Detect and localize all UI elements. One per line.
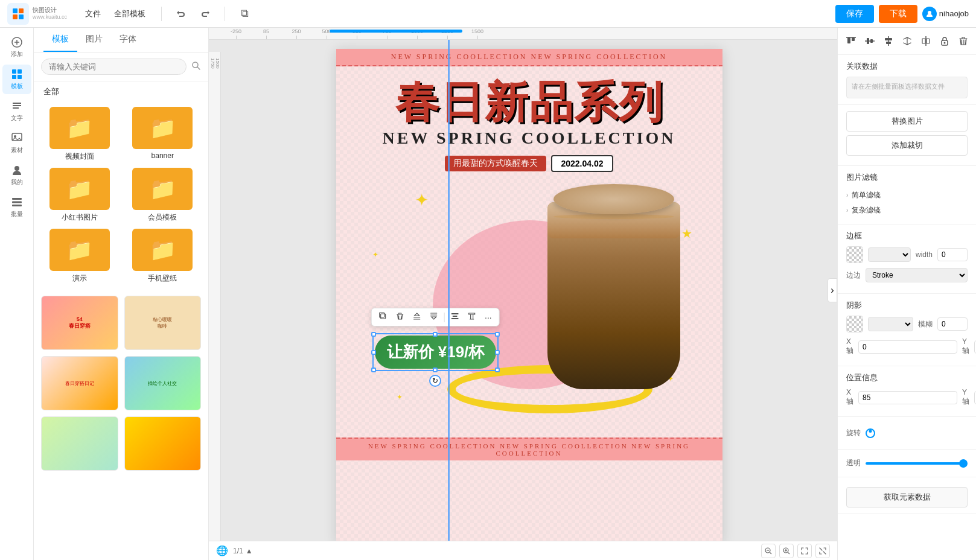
opacity-slider[interactable] <box>866 462 968 465</box>
poster-title-cn: 春日新品系列 <box>336 78 722 126</box>
menu-templates[interactable]: 全部模板 <box>108 6 152 22</box>
template-thumb-6[interactable] <box>124 416 202 471</box>
search-button[interactable] <box>191 61 201 73</box>
add-crop-button[interactable]: 添加裁切 <box>846 135 968 156</box>
tab-template[interactable]: 模板 <box>43 28 77 52</box>
shadow-color-dropdown[interactable] <box>868 317 913 331</box>
download-button[interactable]: 下载 <box>879 5 917 23</box>
template-thumb-4[interactable]: 插绘个人社交 <box>124 356 202 410</box>
rotation-control[interactable] <box>866 428 875 438</box>
poster-bottom-banner: NEW SPRING COOLLECTION NEW SPRING COOLLE… <box>336 438 722 460</box>
page-dropdown-icon[interactable]: ▲ <box>246 547 253 555</box>
sidebar-item-material[interactable]: 素材 <box>2 129 31 158</box>
align-top-button[interactable] <box>843 33 860 49</box>
svg-rect-9 <box>18 75 22 79</box>
template-thumb-1[interactable]: 54春日穿搭 <box>41 296 118 350</box>
redo-button[interactable] <box>196 4 215 24</box>
handle-mid-right[interactable] <box>495 350 500 355</box>
complex-filter-row[interactable]: › 复杂滤镜 <box>846 203 968 218</box>
save-button[interactable]: 保存 <box>835 5 874 23</box>
sidebar-item-add[interactable]: 添加 <box>2 33 31 62</box>
tab-font[interactable]: 字体 <box>111 28 145 52</box>
float-text-edit-button[interactable] <box>465 311 479 323</box>
svg-rect-41 <box>927 39 930 43</box>
handle-top-right[interactable] <box>495 332 500 337</box>
shadow-blur-input[interactable] <box>937 317 968 331</box>
folder-video-cover[interactable]: 📁 视频封面 <box>41 107 118 162</box>
lock-button[interactable] <box>936 33 953 49</box>
shadow-x-input[interactable] <box>858 340 957 354</box>
canvas-collapse-button[interactable]: › <box>828 278 837 302</box>
svg-rect-0 <box>13 8 18 13</box>
handle-mid-left[interactable] <box>371 350 376 355</box>
get-data-button[interactable]: 获取元素数据 <box>846 487 968 508</box>
folder-wallpaper[interactable]: 📁 手机壁纸 <box>124 229 202 284</box>
svg-rect-40 <box>922 39 925 43</box>
folder-demo[interactable]: 📁 演示 <box>41 229 118 284</box>
folder-banner[interactable]: 📁 banner <box>124 107 202 162</box>
align-vcenter-button[interactable] <box>861 33 878 49</box>
float-delete-button[interactable] <box>394 311 407 323</box>
user-avatar <box>922 7 937 21</box>
fullscreen-button[interactable] <box>815 544 830 558</box>
border-color-dropdown[interactable] <box>868 247 911 262</box>
border-color-picker[interactable] <box>846 246 863 263</box>
sidebar-item-text-label: 文字 <box>11 114 23 122</box>
folder-label-member: 会员模板 <box>148 212 177 223</box>
folder-xiaohongshu[interactable]: 📁 小红书图片 <box>41 168 118 223</box>
opacity-label: 透明 <box>846 458 861 468</box>
price-tag-wrapper[interactable]: ··· 让新价 ¥19/杯 <box>372 333 499 371</box>
search-area <box>34 52 208 81</box>
globe-icon: 🌐 <box>216 545 228 556</box>
folder-icon-xiaohongshu: 📁 <box>49 168 110 210</box>
float-copy-button[interactable] <box>377 311 390 323</box>
user-info[interactable]: nihaojob <box>922 7 969 21</box>
price-text: 让新价 ¥19/杯 <box>387 342 485 363</box>
folder-member[interactable]: 📁 会员模板 <box>124 168 202 223</box>
zoom-in-button[interactable] <box>779 544 794 558</box>
template-thumb-2[interactable]: 粘心暖暖咖啡 <box>124 296 202 350</box>
layers-button[interactable]: ⧉ <box>235 4 254 24</box>
float-layer-up-button[interactable] <box>410 311 424 323</box>
float-layer-down-button[interactable] <box>427 311 441 323</box>
align-hcenter-button[interactable] <box>880 33 897 49</box>
handle-top-left[interactable] <box>371 332 376 337</box>
pos-x-input[interactable] <box>858 391 957 404</box>
template-thumb-5[interactable] <box>41 416 118 471</box>
replace-image-button[interactable]: 替换图片 <box>846 111 968 132</box>
handle-top-center[interactable] <box>433 332 438 337</box>
float-toolbar: ··· <box>371 308 500 326</box>
float-more-button[interactable]: ··· <box>482 311 494 323</box>
float-align-button[interactable] <box>448 311 462 323</box>
tab-image[interactable]: 图片 <box>77 28 111 52</box>
undo-button[interactable] <box>171 4 191 24</box>
sidebar-item-batch[interactable]: 批量 <box>2 192 31 222</box>
template-thumb-3[interactable]: 春日穿搭日记 <box>41 356 118 410</box>
sidebar-item-template[interactable]: 模板 <box>2 65 31 94</box>
rotation-dot <box>869 430 872 433</box>
border-style-select[interactable]: Stroke <box>866 268 968 282</box>
canvas-viewport[interactable]: NEW SPRING COOLLECTION NEW SPRING COOLLE… <box>233 40 837 541</box>
border-width-input[interactable] <box>937 248 968 261</box>
cup-body <box>547 202 680 389</box>
handle-bot-right[interactable] <box>495 368 500 372</box>
simple-filter-row[interactable]: › 简单滤镜 <box>846 188 968 203</box>
shadow-color-picker[interactable] <box>846 316 863 332</box>
menu-file[interactable]: 文件 <box>79 6 107 22</box>
design-canvas: NEW SPRING COOLLECTION NEW SPRING COOLLE… <box>336 49 722 541</box>
folder-label-wallpaper: 手机壁纸 <box>148 273 177 284</box>
distribute-button[interactable] <box>917 33 934 49</box>
image-filter-title: 图片滤镜 <box>846 172 968 183</box>
sidebar-item-mine[interactable]: 我的 <box>2 161 31 190</box>
fit-screen-button[interactable] <box>797 544 812 558</box>
svg-rect-15 <box>12 205 22 206</box>
search-input[interactable] <box>41 59 187 75</box>
handle-bot-left[interactable] <box>371 368 376 372</box>
flip-button[interactable] <box>899 33 916 49</box>
zoom-out-button[interactable] <box>761 544 776 558</box>
sidebar-item-text[interactable]: 文字 <box>2 97 31 126</box>
price-tag-selection[interactable]: 让新价 ¥19/杯 <box>372 333 499 371</box>
handle-bot-center[interactable] <box>433 368 438 372</box>
rotate-handle[interactable]: ↻ <box>429 375 441 387</box>
delete-button[interactable] <box>955 33 972 49</box>
